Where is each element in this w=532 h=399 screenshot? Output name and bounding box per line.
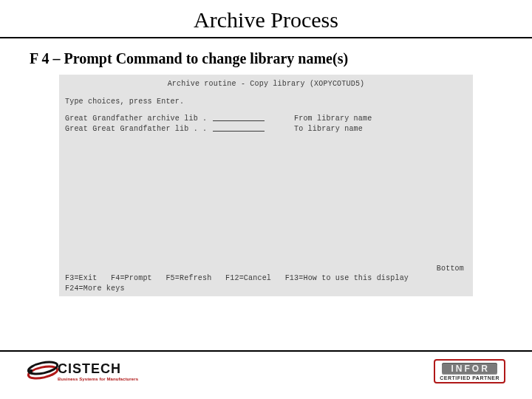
terminal-header: Archive routine - Copy library (XOPYCOTU… [65,79,467,89]
field-desc: To library name [294,124,363,134]
title-area: Archive Process [0,0,532,38]
terminal-row: Great Great Grandfather lib . . To libra… [65,124,467,134]
field-desc: From library name [294,114,372,124]
terminal-screen: Archive routine - Copy library (XOPYCOTU… [59,75,473,296]
field-label: Great Great Grandfather lib . . [65,124,213,134]
cistech-tagline: Business Systems for Manufacturers [58,377,138,381]
terminal-row: Great Grandfather archive lib . From lib… [65,114,467,124]
slide-subtitle: F 4 – Prompt Command to change library n… [0,38,532,73]
terminal-footer: Bottom F3=Exit F4=Prompt F5=Refresh F12=… [65,264,467,294]
slide-title: Archive Process [0,7,532,33]
field-label: Great Grandfather archive lib . [65,114,213,124]
cistech-name: CISTECH [58,361,138,377]
infor-tagline: CERTIFIED PARTNER [440,375,499,381]
footer: CISTECH Business Systems for Manufacture… [0,350,532,399]
logo-row: CISTECH Business Systems for Manufacture… [0,356,532,393]
infor-name: INFOR [442,363,497,375]
terminal-fnkeys: F3=Exit F4=Prompt F5=Refresh F12=Cancel … [65,273,467,284]
terminal-bottom-label: Bottom [65,264,467,274]
infor-logo: INFOR CERTIFIED PARTNER [434,359,505,383]
terminal-instruction: Type choices, press Enter. [65,97,467,107]
from-library-input[interactable] [213,114,265,121]
terminal-body: Type choices, press Enter. Great Grandfa… [65,97,467,134]
to-library-input[interactable] [213,124,265,132]
swoosh-icon [27,356,59,386]
footer-rule [0,350,532,352]
terminal-fnkeys: F24=More keys [65,284,467,294]
slide: Archive Process F 4 – Prompt Command to … [0,0,532,399]
svg-point-2 [30,369,33,372]
cistech-text: CISTECH Business Systems for Manufacture… [58,361,138,381]
cistech-logo: CISTECH Business Systems for Manufacture… [27,356,138,386]
